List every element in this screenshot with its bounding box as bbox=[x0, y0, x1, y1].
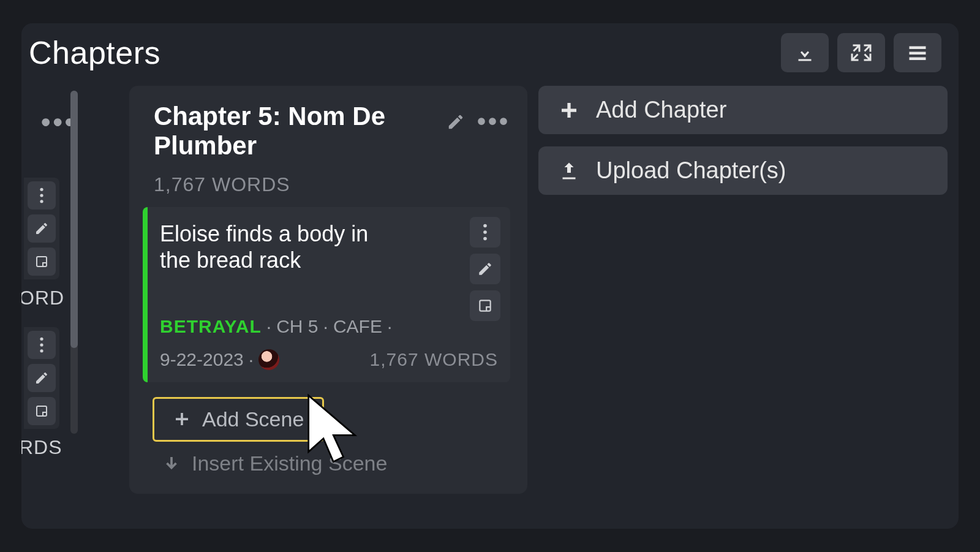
svg-point-0 bbox=[40, 188, 43, 191]
svg-rect-7 bbox=[37, 406, 47, 416]
note-icon bbox=[477, 298, 493, 314]
plus-icon bbox=[173, 410, 191, 428]
sliver-card bbox=[24, 327, 59, 429]
svg-rect-11 bbox=[480, 300, 490, 311]
hamburger-icon bbox=[907, 42, 929, 64]
note-button[interactable] bbox=[28, 397, 56, 425]
edit-scene-button[interactable] bbox=[28, 364, 56, 392]
sliver-card bbox=[24, 178, 59, 279]
scene-meta: BETRAYAL · CH 5 · CAFE · 9-22-2023 · 1,7… bbox=[160, 316, 498, 370]
word-fragment: RDS bbox=[21, 436, 62, 459]
scene-title: Eloise finds a body in the bread rack bbox=[160, 221, 405, 273]
note-icon bbox=[34, 254, 49, 269]
collapse-icon bbox=[850, 42, 872, 64]
collapse-button[interactable] bbox=[837, 33, 885, 72]
scrollbar-thumb[interactable] bbox=[70, 91, 78, 348]
header-actions bbox=[781, 33, 941, 72]
insert-existing-label: Insert Existing Scene bbox=[192, 452, 387, 475]
add-chapter-label: Add Chapter bbox=[596, 97, 726, 123]
upload-icon bbox=[558, 160, 580, 182]
pen-icon bbox=[477, 261, 493, 277]
add-scene-button[interactable]: Add Scene bbox=[153, 397, 324, 442]
scene-menu-button[interactable] bbox=[470, 217, 500, 248]
chapter-more-button[interactable]: ••• bbox=[477, 108, 510, 135]
pen-icon bbox=[447, 113, 465, 131]
plus-icon bbox=[558, 99, 580, 121]
note-icon bbox=[34, 404, 49, 418]
scene-word-count: 1,767 WORDS bbox=[370, 349, 498, 370]
scene-tag: BETRAYAL bbox=[160, 316, 262, 337]
scene-menu-button[interactable] bbox=[28, 181, 56, 210]
edit-scene-button[interactable] bbox=[470, 254, 500, 284]
download-button[interactable] bbox=[781, 33, 829, 72]
kebab-icon bbox=[479, 224, 491, 241]
svg-point-6 bbox=[40, 349, 43, 352]
svg-point-10 bbox=[483, 236, 487, 240]
upload-chapter-button[interactable]: Upload Chapter(s) bbox=[538, 146, 948, 195]
svg-point-2 bbox=[40, 200, 43, 203]
insert-existing-scene-button[interactable]: Insert Existing Scene bbox=[154, 452, 387, 475]
chapter-card: Chapter 5: Nom De Plumber ••• 1,767 WORD… bbox=[129, 86, 527, 494]
add-scene-label: Add Scene bbox=[202, 407, 304, 431]
scrollbar[interactable] bbox=[70, 91, 78, 434]
word-fragment: ORD bbox=[21, 287, 64, 309]
scene-date: 9-22-2023 bbox=[160, 349, 244, 370]
svg-point-9 bbox=[483, 230, 487, 234]
chapter-word-count: 1,767 WORDS bbox=[154, 173, 510, 196]
scene-menu-button[interactable] bbox=[28, 331, 56, 359]
chapter-title: Chapter 5: Nom De Plumber bbox=[154, 102, 434, 161]
scene-chapter-ref: CH 5 bbox=[276, 316, 318, 337]
edit-chapter-button[interactable] bbox=[447, 113, 465, 134]
svg-point-4 bbox=[40, 338, 43, 341]
previous-chapter-sliver: ••• ORD bbox=[24, 86, 59, 494]
download-icon bbox=[794, 42, 816, 64]
avatar bbox=[258, 349, 279, 370]
right-column: Add Chapter Upload Chapter(s) bbox=[538, 86, 948, 494]
upload-chapter-label: Upload Chapter(s) bbox=[596, 157, 786, 184]
menu-button[interactable] bbox=[894, 33, 941, 72]
svg-point-1 bbox=[40, 194, 43, 197]
scene-location: CAFE bbox=[333, 316, 382, 337]
add-chapter-button[interactable]: Add Chapter bbox=[538, 86, 948, 134]
note-button[interactable] bbox=[28, 248, 56, 276]
scene-note-button[interactable] bbox=[470, 290, 500, 321]
svg-point-8 bbox=[483, 224, 487, 227]
edit-scene-button[interactable] bbox=[28, 214, 56, 243]
scene-card[interactable]: Eloise finds a body in the bread rack BE… bbox=[143, 207, 510, 382]
page-title: Chapters bbox=[29, 34, 160, 71]
header-bar: Chapters bbox=[21, 23, 959, 82]
pen-icon bbox=[34, 221, 49, 236]
svg-rect-3 bbox=[37, 257, 47, 267]
svg-point-5 bbox=[40, 343, 43, 346]
arrow-down-icon bbox=[162, 454, 181, 472]
pen-icon bbox=[34, 371, 49, 385]
